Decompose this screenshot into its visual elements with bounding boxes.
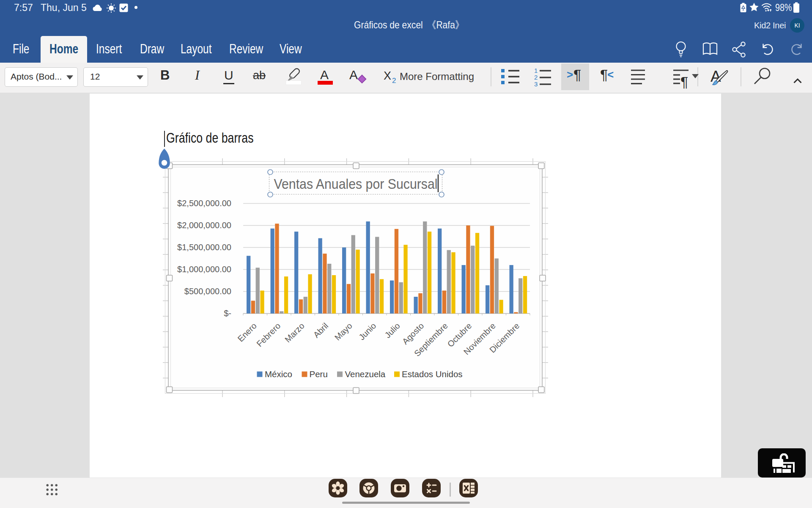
svg-text:Peru: Peru (310, 369, 328, 379)
svg-text:$1,000,000.00: $1,000,000.00 (177, 265, 231, 274)
svg-text:$2,500,000.00: $2,500,000.00 (177, 199, 231, 208)
svg-text:¶: ¶ (680, 74, 688, 89)
svg-text:Estados Unidos: Estados Unidos (402, 369, 463, 379)
svg-text:1: 1 (534, 67, 538, 74)
svg-text:Ventas Anuales por Sucursal: Ventas Anuales por Sucursal (274, 176, 438, 192)
svg-text:$1,500,000.00: $1,500,000.00 (177, 243, 231, 252)
svg-text:3: 3 (534, 80, 538, 88)
svg-text:$-: $- (224, 309, 231, 318)
svg-text:$500,000.00: $500,000.00 (184, 287, 231, 296)
svg-text:México: México (265, 369, 292, 379)
svg-text:2: 2 (534, 74, 538, 81)
svg-text:Venezuela: Venezuela (345, 369, 386, 379)
svg-text:$2,000,000.00: $2,000,000.00 (177, 221, 231, 230)
